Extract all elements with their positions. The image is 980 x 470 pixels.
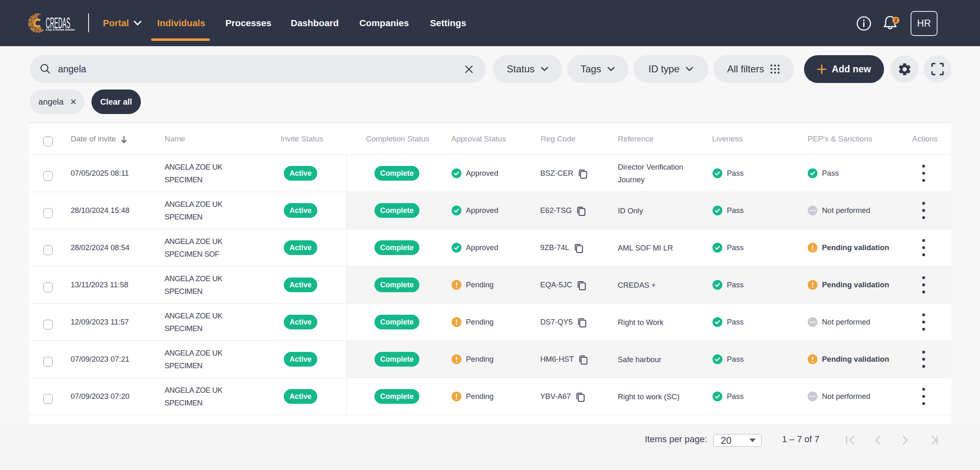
- svg-text:2: 2: [894, 17, 898, 23]
